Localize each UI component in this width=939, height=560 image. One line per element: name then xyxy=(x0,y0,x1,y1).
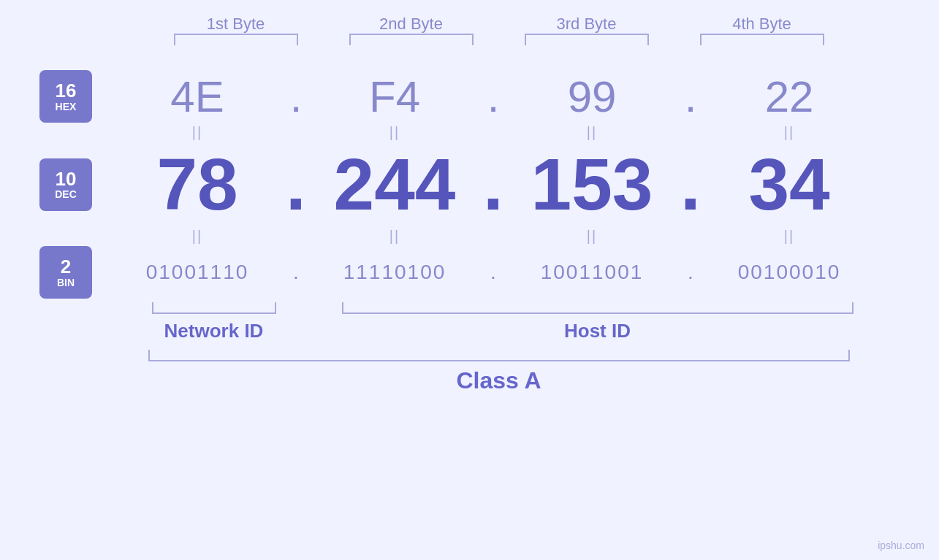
dec-dot1: . xyxy=(285,142,307,226)
dec-badge: 10 DEC xyxy=(39,158,92,211)
equals-row-2: || || || || xyxy=(22,228,917,245)
network-id-section: Network ID xyxy=(126,302,302,342)
eq1-b1: || xyxy=(110,124,285,141)
dec-dot2: . xyxy=(482,142,504,226)
hex-b1: 4E xyxy=(110,72,285,122)
dec-row: 10 DEC 78 . 244 . 153 . 34 xyxy=(22,142,917,226)
bottom-section: Network ID Host ID xyxy=(51,302,939,342)
bin-b2: 11110100 xyxy=(307,261,482,284)
network-id-label: Network ID xyxy=(164,320,264,342)
eq2-b2: || xyxy=(307,228,482,245)
hex-row: 16 HEX 4E . F4 . 99 . 22 xyxy=(22,70,917,123)
eq1-b2: || xyxy=(307,124,482,141)
byte1-header: 1st Byte xyxy=(148,15,324,34)
class-label: Class A xyxy=(456,367,541,394)
dec-dot3: . xyxy=(680,142,702,226)
eq1-b4: || xyxy=(702,124,877,141)
bin-row: 2 BIN 01001110 . 11110100 . 10011001 . xyxy=(22,246,917,299)
bin-base-num: 2 xyxy=(61,256,71,277)
dec-b4: 34 xyxy=(702,142,877,226)
bracket-bottom-network xyxy=(152,302,276,314)
hex-b3: 99 xyxy=(504,72,680,122)
bin-base-name: BIN xyxy=(57,277,75,288)
byte2-header: 2nd Byte xyxy=(324,15,499,34)
bracket-class xyxy=(148,350,850,361)
bin-dot2: . xyxy=(482,261,504,284)
dec-b1: 78 xyxy=(110,142,285,226)
equals-area-1: || || || || xyxy=(110,124,917,141)
bracket-top-3 xyxy=(525,34,649,45)
bin-dot3: . xyxy=(680,261,702,284)
top-bracket-3 xyxy=(499,34,674,48)
bracket-bottom-host xyxy=(342,302,854,314)
bin-badge: 2 BIN xyxy=(39,246,92,299)
bin-b4: 00100010 xyxy=(702,261,877,284)
hex-dot2: . xyxy=(482,72,504,122)
hex-base-name: HEX xyxy=(56,101,77,112)
hex-label-area: 16 HEX xyxy=(22,70,110,123)
hex-base-num: 16 xyxy=(56,80,77,101)
byte4-header: 4th Byte xyxy=(674,15,850,34)
dec-b3: 153 xyxy=(504,142,680,226)
dec-values: 78 . 244 . 153 . 34 xyxy=(110,142,917,226)
bin-b1: 01001110 xyxy=(110,261,285,284)
class-row: Class A xyxy=(51,350,939,394)
top-brackets xyxy=(51,34,939,48)
class-bracket-wrap: Class A xyxy=(148,350,850,394)
dec-b2: 244 xyxy=(307,142,482,226)
eq2-b3: || xyxy=(504,228,680,245)
watermark: ipshu.com xyxy=(878,540,924,551)
main-container: 1st Byte 2nd Byte 3rd Byte 4th Byte 16 H… xyxy=(0,0,939,560)
byte-headers-row: 1st Byte 2nd Byte 3rd Byte 4th Byte xyxy=(51,15,939,34)
equals-row-1: || || || || xyxy=(22,124,917,141)
equals-area-2: || || || || xyxy=(110,228,917,245)
hex-b2: F4 xyxy=(307,72,482,122)
hex-values: 4E . F4 . 99 . 22 xyxy=(110,72,917,122)
top-bracket-2 xyxy=(324,34,499,48)
host-id-label: Host ID xyxy=(564,320,631,342)
dec-label-area: 10 DEC xyxy=(22,158,110,211)
hex-badge: 16 HEX xyxy=(39,70,92,123)
bin-dot1: . xyxy=(285,261,307,284)
byte3-header: 3rd Byte xyxy=(499,15,674,34)
hex-dot3: . xyxy=(680,72,702,122)
dec-base-name: DEC xyxy=(55,189,77,200)
bracket-top-2 xyxy=(349,34,474,45)
host-id-section: Host ID xyxy=(324,302,872,342)
bracket-top-1 xyxy=(174,34,298,45)
top-bracket-4 xyxy=(674,34,850,48)
hex-dot1: . xyxy=(285,72,307,122)
eq2-b1: || xyxy=(110,228,285,245)
bin-values: 01001110 . 11110100 . 10011001 . 0010001… xyxy=(110,261,917,284)
bracket-top-4 xyxy=(700,34,824,45)
eq2-b4: || xyxy=(702,228,877,245)
top-bracket-1 xyxy=(148,34,324,48)
bin-label-area: 2 BIN xyxy=(22,246,110,299)
hex-b4: 22 xyxy=(702,72,877,122)
dec-base-num: 10 xyxy=(56,169,77,190)
eq1-b3: || xyxy=(504,124,680,141)
bin-b3: 10011001 xyxy=(504,261,680,284)
